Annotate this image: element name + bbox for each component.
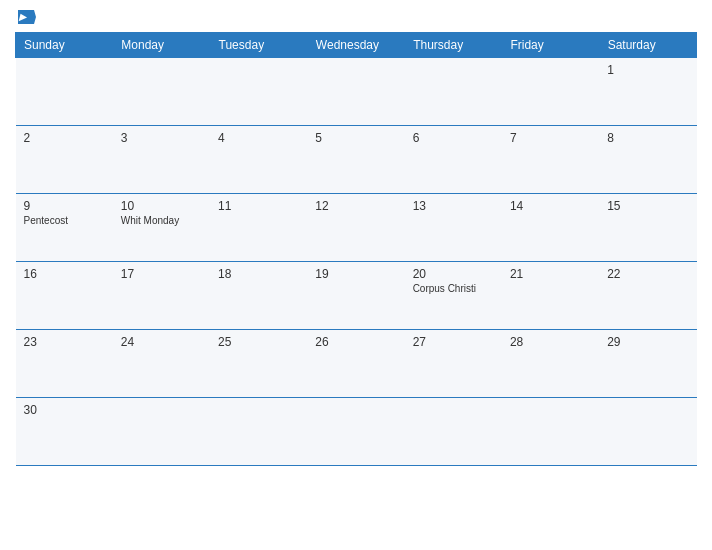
- calendar-day-cell: [405, 58, 502, 126]
- day-number: 1: [607, 63, 688, 77]
- logo-flag-icon: ▶: [18, 10, 36, 24]
- day-number: 7: [510, 131, 591, 145]
- calendar-day-cell: 24: [113, 330, 210, 398]
- calendar-day-cell: 13: [405, 194, 502, 262]
- calendar-container: ▶ SundayMondayTuesdayWednesdayThursdayFr…: [0, 0, 712, 550]
- holiday-name: Pentecost: [24, 215, 105, 226]
- day-number: 20: [413, 267, 494, 281]
- weekday-header-friday: Friday: [502, 33, 599, 58]
- calendar-day-cell: [307, 398, 404, 466]
- calendar-day-cell: 5: [307, 126, 404, 194]
- calendar-day-cell: [113, 398, 210, 466]
- holiday-name: Whit Monday: [121, 215, 202, 226]
- calendar-day-cell: 10Whit Monday: [113, 194, 210, 262]
- calendar-day-cell: 21: [502, 262, 599, 330]
- calendar-week-row: 2345678: [16, 126, 697, 194]
- day-number: 13: [413, 199, 494, 213]
- day-number: 10: [121, 199, 202, 213]
- calendar-day-cell: 22: [599, 262, 696, 330]
- calendar-day-cell: 17: [113, 262, 210, 330]
- calendar-day-cell: 7: [502, 126, 599, 194]
- day-number: 19: [315, 267, 396, 281]
- day-number: 16: [24, 267, 105, 281]
- calendar-day-cell: 27: [405, 330, 502, 398]
- calendar-day-cell: [113, 58, 210, 126]
- calendar-day-cell: [210, 58, 307, 126]
- calendar-day-cell: 8: [599, 126, 696, 194]
- calendar-day-cell: 9Pentecost: [16, 194, 113, 262]
- calendar-day-cell: 18: [210, 262, 307, 330]
- calendar-day-cell: [502, 58, 599, 126]
- calendar-day-cell: 3: [113, 126, 210, 194]
- day-number: 9: [24, 199, 105, 213]
- day-number: 27: [413, 335, 494, 349]
- day-number: 23: [24, 335, 105, 349]
- calendar-day-cell: 1: [599, 58, 696, 126]
- weekday-header-sunday: Sunday: [16, 33, 113, 58]
- calendar-day-cell: 16: [16, 262, 113, 330]
- calendar-day-cell: [599, 398, 696, 466]
- day-number: 28: [510, 335, 591, 349]
- calendar-day-cell: 4: [210, 126, 307, 194]
- day-number: 22: [607, 267, 688, 281]
- day-number: 5: [315, 131, 396, 145]
- day-number: 3: [121, 131, 202, 145]
- day-number: 21: [510, 267, 591, 281]
- day-number: 15: [607, 199, 688, 213]
- calendar-day-cell: [405, 398, 502, 466]
- calendar-header: ▶: [15, 10, 697, 24]
- weekday-header-row: SundayMondayTuesdayWednesdayThursdayFrid…: [16, 33, 697, 58]
- calendar-day-cell: 14: [502, 194, 599, 262]
- calendar-day-cell: 19: [307, 262, 404, 330]
- calendar-day-cell: 11: [210, 194, 307, 262]
- calendar-day-cell: 29: [599, 330, 696, 398]
- day-number: 30: [24, 403, 105, 417]
- weekday-header-thursday: Thursday: [405, 33, 502, 58]
- calendar-day-cell: [502, 398, 599, 466]
- day-number: 6: [413, 131, 494, 145]
- day-number: 8: [607, 131, 688, 145]
- weekday-header-wednesday: Wednesday: [307, 33, 404, 58]
- calendar-week-row: 1617181920Corpus Christi2122: [16, 262, 697, 330]
- day-number: 14: [510, 199, 591, 213]
- calendar-week-row: 23242526272829: [16, 330, 697, 398]
- calendar-week-row: 30: [16, 398, 697, 466]
- day-number: 2: [24, 131, 105, 145]
- calendar-day-cell: 30: [16, 398, 113, 466]
- calendar-day-cell: 28: [502, 330, 599, 398]
- calendar-day-cell: 26: [307, 330, 404, 398]
- day-number: 17: [121, 267, 202, 281]
- calendar-day-cell: 15: [599, 194, 696, 262]
- day-number: 11: [218, 199, 299, 213]
- calendar-day-cell: 12: [307, 194, 404, 262]
- day-number: 4: [218, 131, 299, 145]
- calendar-day-cell: 20Corpus Christi: [405, 262, 502, 330]
- calendar-day-cell: 2: [16, 126, 113, 194]
- weekday-header-monday: Monday: [113, 33, 210, 58]
- calendar-day-cell: [307, 58, 404, 126]
- logo: ▶: [15, 10, 36, 24]
- calendar-day-cell: 23: [16, 330, 113, 398]
- calendar-day-cell: [16, 58, 113, 126]
- holiday-name: Corpus Christi: [413, 283, 494, 294]
- day-number: 25: [218, 335, 299, 349]
- calendar-table: SundayMondayTuesdayWednesdayThursdayFrid…: [15, 32, 697, 466]
- day-number: 24: [121, 335, 202, 349]
- day-number: 18: [218, 267, 299, 281]
- weekday-header-saturday: Saturday: [599, 33, 696, 58]
- weekday-header-tuesday: Tuesday: [210, 33, 307, 58]
- day-number: 26: [315, 335, 396, 349]
- calendar-day-cell: [210, 398, 307, 466]
- calendar-day-cell: 6: [405, 126, 502, 194]
- calendar-week-row: 1: [16, 58, 697, 126]
- day-number: 12: [315, 199, 396, 213]
- day-number: 29: [607, 335, 688, 349]
- calendar-week-row: 9Pentecost10Whit Monday1112131415: [16, 194, 697, 262]
- calendar-day-cell: 25: [210, 330, 307, 398]
